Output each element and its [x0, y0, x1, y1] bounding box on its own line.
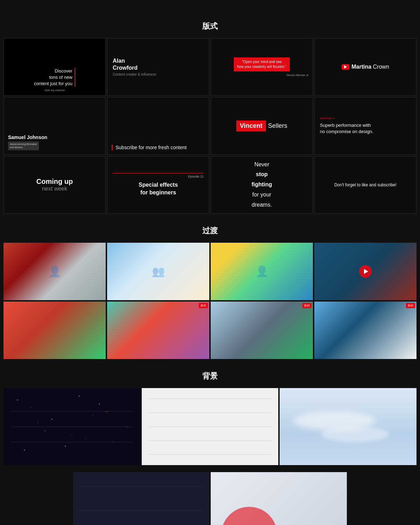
play-button[interactable]	[359, 265, 372, 278]
photo-card-2[interactable]: 👥	[107, 243, 209, 300]
never-text: Neverstopfightingfor yourdreams.	[252, 160, 272, 210]
martina-surname: Crown	[371, 64, 389, 70]
play-icon	[364, 269, 368, 274]
new-badge-7: 新的	[302, 303, 312, 308]
card-vincent[interactable]: Vincent Sellers	[211, 97, 313, 154]
photo-card-6[interactable]: 新的	[107, 302, 209, 359]
card-episode[interactable]: Episode 21 Special effectsfor beginners	[107, 156, 209, 214]
beijing-row2	[0, 472, 420, 525]
superb-brand: adenimage.io	[320, 117, 335, 119]
samuel-badge: Award-winning filmmakerand director.	[8, 141, 39, 150]
visit-link: Visit my channel	[44, 89, 65, 92]
card-alan[interactable]: AlanCrowford Content creator & influence…	[107, 38, 209, 96]
card-samuel[interactable]: Samuel Johnson Award-winning filmmakeran…	[4, 97, 106, 154]
card-dontforget[interactable]: Don't forget to like and subscribe!	[314, 156, 416, 214]
samuel-name: Samuel Johnson	[8, 134, 47, 140]
card-never[interactable]: Neverstopfightingfor yourdreams.	[211, 156, 313, 214]
bg-light-lines[interactable]	[142, 388, 279, 465]
discover-text: Discovertons of newcontent just for you	[34, 68, 75, 87]
photo-card-3[interactable]: 👤	[211, 243, 313, 300]
episode-label: Episode 21	[113, 173, 204, 178]
youtube-icon	[342, 64, 349, 70]
guodu-grid: 👤 👥 👤 新的 新的 新的	[0, 241, 420, 361]
play-triangle	[344, 65, 347, 69]
banshi-grid: Discovertons of newcontent just for you …	[0, 37, 420, 215]
vincent-last: Sellers	[266, 122, 287, 130]
card-subscribe[interactable]: Subscribe for more fresh content	[107, 97, 209, 154]
alan-subtitle: Content creator & influencer	[113, 72, 156, 76]
card-quote[interactable]: "Open your mind and seehow your creativi…	[211, 38, 313, 96]
martina-name: Martina Crown	[351, 64, 389, 70]
coming-sub: next week	[42, 186, 67, 192]
bg-dark2[interactable]	[73, 472, 209, 525]
play-overlay	[314, 243, 416, 300]
bg-circle[interactable]	[211, 472, 347, 525]
new-badge-8: 新的	[406, 303, 415, 308]
coming-title: Coming up	[36, 178, 73, 186]
vincent-first: Vincent	[236, 120, 266, 131]
bg-dark-stars[interactable]	[4, 388, 140, 465]
photo-card-7[interactable]: 新的	[211, 302, 313, 359]
bg-clouds[interactable]	[280, 388, 416, 465]
card-coming[interactable]: Coming up next week	[4, 156, 106, 214]
card-martina[interactable]: Martina Crown	[314, 38, 416, 96]
section-beijing-title: 背景	[0, 360, 420, 387]
quote-author: Steven Menser Jr.	[287, 74, 309, 77]
card-superb[interactable]: adenimage.io Superb performance withno c…	[314, 97, 416, 154]
section-guodu-title: 过渡	[0, 215, 420, 241]
alan-name: AlanCrowford	[113, 57, 138, 71]
section-banshi-title: 版式	[0, 11, 420, 37]
card-discover[interactable]: Discovertons of newcontent just for you …	[4, 38, 106, 96]
new-badge-6: 新的	[199, 303, 208, 308]
dontforget-text: Don't forget to like and subscribe!	[334, 182, 397, 187]
subscribe-text: Subscribe for more fresh content	[112, 145, 187, 150]
episode-title: Special effectsfor beginners	[139, 181, 178, 197]
photo-card-4[interactable]	[314, 243, 416, 300]
superb-text: Superb performance withno compromise on …	[320, 122, 373, 135]
photo-card-8[interactable]: 新的	[314, 302, 416, 359]
photo-card-5[interactable]	[4, 302, 106, 359]
photo-card-1[interactable]: 👤	[4, 243, 106, 300]
quote-text: "Open your mind and seehow your creativi…	[234, 57, 290, 71]
beijing-grid	[0, 387, 420, 472]
